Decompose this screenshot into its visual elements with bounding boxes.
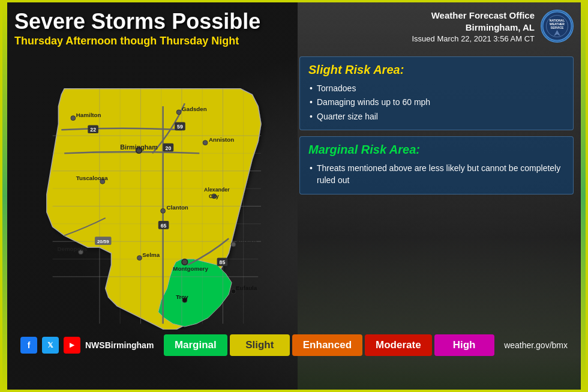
svg-point-47 (161, 208, 166, 213)
slight-risk-item-1: Tornadoes (308, 82, 565, 96)
svg-point-53 (182, 259, 188, 265)
main-container: Severe Storms Possible Thursday Afternoo… (0, 0, 588, 392)
slight-risk-item-2: Damaging winds up to 60 mph (308, 95, 565, 110)
slight-risk-list: Tornadoes Damaging winds up to 60 mph Qu… (308, 82, 565, 124)
header-right: Weather Forecast Office Birmingham, AL I… (412, 10, 574, 43)
svg-text:Birmingham: Birmingham (120, 143, 158, 150)
svg-text:59: 59 (177, 124, 183, 130)
slight-risk-item-3: Quarter size hail (308, 110, 565, 124)
svg-point-51 (137, 255, 142, 260)
svg-text:Eufaula: Eufaula (236, 285, 257, 291)
svg-text:65: 65 (161, 222, 167, 228)
svg-text:Anniston: Anniston (209, 136, 234, 142)
svg-text:Troy: Troy (176, 294, 188, 300)
svg-text:City: City (209, 193, 219, 199)
nws-logo: NATIONAL WEATHER SERVICE (541, 10, 574, 43)
svg-text:20/59: 20/59 (97, 239, 109, 244)
map-container: 22 59 20 65 20/59 85 (14, 53, 290, 330)
slight-risk-box: Slight Risk Area: Tornadoes Damaging win… (299, 56, 574, 131)
slight-risk-title: Slight Risk Area: (308, 63, 565, 77)
svg-point-36 (176, 110, 181, 115)
social-handle: NWSBirmingham (85, 340, 154, 350)
svg-text:Gadsden: Gadsden (182, 106, 207, 112)
youtube-icon[interactable]: ▶ (64, 337, 80, 354)
marginal-risk-list: Threats mentioned above are less likely … (308, 161, 565, 187)
svg-point-34 (71, 115, 76, 120)
legend-slight: Slight (230, 334, 290, 356)
twitter-icon[interactable]: 𝕏 (42, 337, 59, 354)
sub-title: Thursday Afternoon though Thursday Night (14, 35, 412, 47)
website-link: weather.gov/bmx (504, 340, 568, 350)
main-title: Severe Storms Possible (14, 10, 412, 34)
marginal-risk-box: Marginal Risk Area: Threats mentioned ab… (299, 136, 574, 194)
svg-text:Hamilton: Hamilton (76, 111, 101, 118)
nws-logo-svg: NATIONAL WEATHER SERVICE (542, 11, 572, 41)
svg-point-55 (231, 242, 236, 247)
legend-marginal: Marginal (164, 334, 227, 356)
svg-text:22: 22 (90, 127, 96, 133)
facebook-icon[interactable]: f (20, 337, 37, 354)
legend-high: High (434, 334, 494, 356)
header: Severe Storms Possible Thursday Afternoo… (14, 10, 574, 47)
content-wrapper: Severe Storms Possible Thursday Afternoo… (2, 2, 586, 362)
svg-text:Tuscaloosa: Tuscaloosa (76, 175, 109, 181)
svg-point-38 (203, 140, 208, 145)
legend-items: Marginal Slight Enhanced Moderate High (164, 334, 494, 356)
svg-text:Selma: Selma (142, 251, 160, 258)
legend-enhanced: Enhanced (292, 334, 362, 356)
office-info: Weather Forecast Office Birmingham, AL I… (412, 10, 535, 43)
svg-text:20: 20 (166, 145, 172, 151)
marginal-risk-title: Marginal Risk Area: (308, 143, 565, 157)
social-links: f 𝕏 ▶ NWSBirmingham (20, 337, 154, 354)
svg-text:Clanton: Clanton (166, 204, 188, 211)
office-line1: Weather Forecast Office (412, 10, 535, 22)
info-panel: Slight Risk Area: Tornadoes Damaging win… (299, 53, 574, 330)
svg-point-59 (231, 289, 236, 294)
svg-text:85: 85 (220, 259, 226, 265)
legend-section: f 𝕏 ▶ NWSBirmingham Marginal Slight Enha… (14, 334, 574, 356)
issue-time: Issued March 22, 2021 3:56 AM CT (412, 34, 535, 43)
marginal-risk-item-1: Threats mentioned above are less likely … (308, 161, 565, 187)
svg-text:Auburn: Auburn (236, 238, 257, 244)
header-title: Severe Storms Possible Thursday Afternoo… (14, 10, 412, 47)
svg-text:Alexander: Alexander (204, 187, 230, 193)
legend-moderate: Moderate (365, 334, 432, 356)
svg-text:SERVICE: SERVICE (551, 26, 565, 29)
svg-text:Montgomery: Montgomery (173, 265, 208, 272)
alabama-map-svg: 22 59 20 65 20/59 85 (14, 53, 290, 330)
office-line2: Birmingham, AL (412, 22, 535, 34)
svg-text:Demopolis: Demopolis (57, 245, 87, 252)
main-content: 22 59 20 65 20/59 85 (14, 53, 574, 330)
